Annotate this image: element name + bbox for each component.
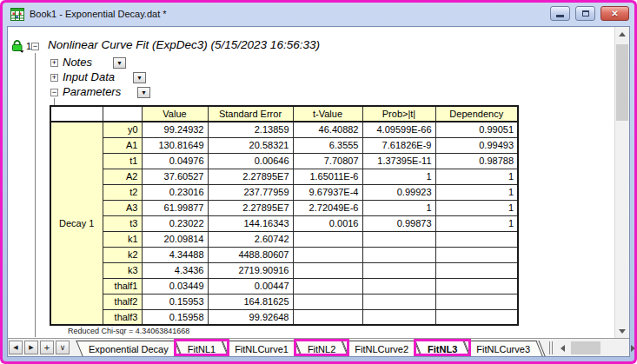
input-data-expand-toggle[interactable]: + xyxy=(50,74,58,82)
value-cell[interactable]: 0.99923 xyxy=(362,184,435,200)
param-name-cell[interactable]: t2 xyxy=(103,184,142,200)
tab-exponential-decay[interactable]: Exponential Decay xyxy=(79,341,178,356)
value-cell[interactable]: 0.23016 xyxy=(142,184,208,200)
value-cell[interactable]: 1 xyxy=(435,184,518,200)
tab-scroll-right-button[interactable]: ▶ xyxy=(24,341,38,354)
hscroll-right-button[interactable] xyxy=(627,341,634,354)
value-cell[interactable] xyxy=(435,231,518,247)
value-cell[interactable]: 0.04976 xyxy=(142,153,208,169)
param-name-cell[interactable]: thalf3 xyxy=(103,309,142,325)
value-cell[interactable]: 144.16343 xyxy=(208,215,293,231)
param-name-cell[interactable]: k3 xyxy=(103,262,142,278)
param-name-cell[interactable]: k2 xyxy=(103,247,142,262)
minimize-button[interactable] xyxy=(550,6,570,21)
value-cell[interactable]: 4.34488 xyxy=(142,247,208,262)
value-cell[interactable] xyxy=(293,231,362,247)
value-cell[interactable]: 0.23022 xyxy=(142,215,208,231)
close-button[interactable]: ✕ xyxy=(601,6,629,21)
value-cell[interactable] xyxy=(362,231,435,247)
tab-scroll-left-button[interactable]: ◀ xyxy=(9,341,23,354)
value-cell[interactable]: 2.13859 xyxy=(208,122,293,137)
value-cell[interactable]: 2719.90916 xyxy=(208,262,293,278)
value-cell[interactable]: 0.15958 xyxy=(142,309,208,325)
value-cell[interactable] xyxy=(435,247,518,262)
value-cell[interactable]: 4488.80607 xyxy=(208,247,293,262)
value-cell[interactable]: 0.99051 xyxy=(435,122,518,137)
value-cell[interactable]: 99.24932 xyxy=(142,122,208,137)
value-cell[interactable]: 37.60527 xyxy=(142,169,208,184)
report-collapse-toggle[interactable]: − xyxy=(31,43,39,50)
value-cell[interactable]: 1.37395E-11 xyxy=(362,153,435,169)
value-cell[interactable]: 7.70807 xyxy=(293,153,362,169)
horizontal-scroll-thumb[interactable] xyxy=(571,341,601,354)
scroll-up-arrow[interactable] xyxy=(615,27,629,41)
value-cell[interactable]: 0.0016 xyxy=(293,215,362,231)
value-cell[interactable]: 0.99493 xyxy=(435,137,518,153)
vertical-scroll-thumb[interactable] xyxy=(616,44,628,121)
param-name-cell[interactable]: y0 xyxy=(103,122,142,137)
param-name-cell[interactable]: thalf2 xyxy=(103,294,142,309)
value-cell[interactable] xyxy=(435,262,518,278)
value-cell[interactable]: 6.3555 xyxy=(293,137,362,153)
value-cell[interactable]: 164.81625 xyxy=(208,294,293,309)
value-cell[interactable] xyxy=(435,309,518,325)
vertical-scrollbar[interactable] xyxy=(614,27,629,338)
value-cell[interactable]: 0.00447 xyxy=(208,278,293,294)
value-cell[interactable]: 2.60742 xyxy=(208,231,293,247)
value-cell[interactable] xyxy=(435,294,518,309)
value-cell[interactable] xyxy=(293,309,362,325)
tab-fitnl1[interactable]: FitNL1 xyxy=(178,341,225,356)
notes-dropdown-button[interactable]: ▼ xyxy=(113,57,126,69)
value-cell[interactable]: 2.27895E7 xyxy=(208,200,293,215)
restore-button[interactable] xyxy=(575,6,595,21)
value-cell[interactable] xyxy=(362,309,435,325)
value-cell[interactable]: 20.58321 xyxy=(208,137,293,153)
tab-fitnlcurve3[interactable]: FitNLCurve3 xyxy=(467,341,540,356)
value-cell[interactable]: 2.72049E-6 xyxy=(293,200,362,215)
value-cell[interactable]: 237.77959 xyxy=(208,184,293,200)
value-cell[interactable]: 130.81649 xyxy=(142,137,208,153)
param-name-cell[interactable]: t3 xyxy=(103,215,142,231)
value-cell[interactable]: 0.03449 xyxy=(142,278,208,294)
column-header-t-value[interactable]: t-Value xyxy=(293,106,362,122)
value-cell[interactable]: 1 xyxy=(435,200,518,215)
input-data-dropdown-button[interactable]: ▼ xyxy=(133,72,146,83)
column-header-value[interactable]: Value xyxy=(142,106,208,122)
value-cell[interactable]: 46.40882 xyxy=(293,122,362,137)
value-cell[interactable]: 4.09599E-66 xyxy=(362,122,435,137)
value-cell[interactable]: 0.99873 xyxy=(362,215,435,231)
value-cell[interactable]: 61.99877 xyxy=(142,200,208,215)
value-cell[interactable] xyxy=(362,278,435,294)
sheet-list-button[interactable]: ∨ xyxy=(56,341,70,354)
value-cell[interactable]: 20.09814 xyxy=(142,231,208,247)
add-sheet-button[interactable]: + xyxy=(40,341,54,354)
param-name-cell[interactable]: A3 xyxy=(103,200,142,215)
value-cell[interactable]: 0.15953 xyxy=(142,294,208,309)
scroll-down-arrow[interactable] xyxy=(615,324,629,338)
value-cell[interactable] xyxy=(362,294,435,309)
tab-fitnl2[interactable]: FitNL2 xyxy=(298,341,345,356)
value-cell[interactable]: 4.3436 xyxy=(142,262,208,278)
value-cell[interactable]: 2.27895E7 xyxy=(208,169,293,184)
column-header-dependency[interactable]: Dependency xyxy=(435,106,518,122)
value-cell[interactable]: 1 xyxy=(435,215,518,231)
value-cell[interactable] xyxy=(362,247,435,262)
group-label-cell[interactable]: Decay 1 xyxy=(50,122,103,325)
param-name-cell[interactable]: A2 xyxy=(103,169,142,184)
column-header-prob[interactable]: Prob>|t| xyxy=(362,106,435,122)
tab-fitnlcurve2[interactable]: FitNLCurve2 xyxy=(345,341,418,356)
value-cell[interactable]: 1 xyxy=(435,169,518,184)
param-name-cell[interactable]: thalf1 xyxy=(103,278,142,294)
horizontal-scrollbar[interactable] xyxy=(569,341,627,354)
tab-fitnl3[interactable]: FitNL3 xyxy=(418,341,467,356)
notes-expand-toggle[interactable]: + xyxy=(50,59,58,67)
value-cell[interactable]: 9.67937E-4 xyxy=(293,184,362,200)
value-cell[interactable]: 1.65011E-6 xyxy=(293,169,362,184)
value-cell[interactable] xyxy=(293,247,362,262)
title-bar[interactable]: Book1 - Exponential Decay.dat * ✕ xyxy=(3,3,634,25)
value-cell[interactable]: 1 xyxy=(362,169,435,184)
value-cell[interactable] xyxy=(435,278,518,294)
tab-scroll-splitter[interactable] xyxy=(549,341,553,354)
value-cell[interactable]: 0.98788 xyxy=(435,153,518,169)
parameters-collapse-toggle[interactable]: − xyxy=(50,89,58,96)
